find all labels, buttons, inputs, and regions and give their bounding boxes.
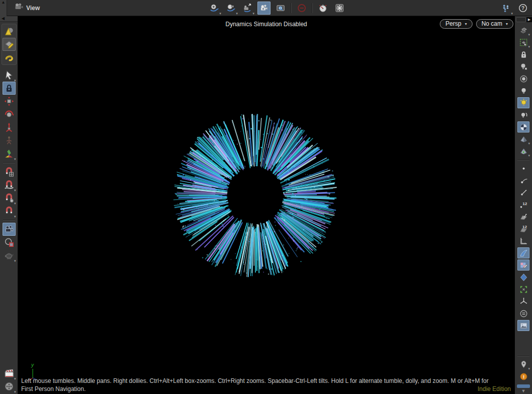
secure-selection-button[interactable] <box>3 82 16 95</box>
viewport-messages-button[interactable]: ! <box>517 371 529 382</box>
scale-tool-button[interactable] <box>3 121 16 134</box>
show-handles-button[interactable] <box>3 25 16 38</box>
y-axis-label: y <box>31 362 34 368</box>
imageicon-icon <box>519 321 528 331</box>
snap-curve-button[interactable]: ▾ <box>3 178 16 191</box>
lighting-with-shadows-button[interactable] <box>517 109 529 120</box>
left-toolbar-collapse-handle[interactable]: ◀ <box>0 16 18 22</box>
home-view-button[interactable]: ▾ <box>241 2 254 15</box>
view-menu-button[interactable]: View <box>11 1 43 15</box>
dropdown-arrow-icon: ▾ <box>528 154 530 158</box>
translate-tool-button[interactable] <box>3 95 16 108</box>
view-mask-button[interactable] <box>517 284 529 295</box>
pose-tool-button[interactable] <box>3 134 16 147</box>
handle-alignment-button[interactable]: ▾ <box>3 147 16 160</box>
render-flipbook-button[interactable]: ▾ <box>3 380 16 393</box>
frame-selected-button[interactable]: ▾ <box>224 2 237 15</box>
cameras-icon <box>259 3 269 13</box>
display-point-normals-button[interactable] <box>517 187 529 198</box>
flipbook-button[interactable]: ▾ <box>3 367 16 380</box>
help-button[interactable]: ? <box>516 2 529 15</box>
snapshot-button[interactable]: ▾ <box>517 359 529 370</box>
smooth-shading-button[interactable] <box>517 121 529 133</box>
shading-mode-button[interactable]: ▾ <box>517 134 529 145</box>
display-primitives-button[interactable] <box>517 211 529 222</box>
display-textures-button[interactable] <box>517 259 529 271</box>
box-zoom-button[interactable] <box>274 2 287 15</box>
scroll-down-icon[interactable]: ▼ <box>521 389 526 393</box>
topbar-collapse-handle[interactable]: ▲ <box>0 0 7 16</box>
disable-lighting-button[interactable] <box>517 61 529 72</box>
normal-lighting-button[interactable] <box>517 85 529 96</box>
curl-icon <box>4 52 15 63</box>
show-selected-geometry-button[interactable]: ▾ <box>517 37 529 48</box>
camera-controls: Persp ▾ No cam ▾ <box>440 19 513 29</box>
display-reference-planes-button[interactable]: ▾ <box>517 25 529 36</box>
right-scrollbar-thumb[interactable] <box>517 384 530 388</box>
bulbx-icon <box>519 62 528 72</box>
dropdown-arrow-icon: ▾ <box>14 215 16 219</box>
shadedview-icon <box>519 135 528 144</box>
display-grid-button[interactable] <box>517 235 529 246</box>
scene-viewport[interactable]: Dynamics Simulation Disabled Persp ▾ No … <box>18 16 515 394</box>
dropdown-arrow-icon: ▾ <box>219 12 221 16</box>
rotate-tool-button[interactable] <box>3 108 16 121</box>
alert-icon: ! <box>519 372 528 381</box>
sculpt-state-button[interactable] <box>3 51 16 64</box>
topbar-center-tools: ▾▾▾ <box>208 1 346 15</box>
snap-grid-button[interactable] <box>3 165 16 178</box>
display-options-button[interactable] <box>333 2 346 15</box>
planes-icon <box>519 26 528 35</box>
display-point-trails-button[interactable] <box>517 175 529 186</box>
rotate-icon <box>4 109 15 120</box>
right-toolbar-bottom: ▾! ▼ <box>515 354 532 394</box>
app-window: ▲ View ▾▾▾ ▾? ◀ ▾▾▾▾▾▾ ▾▾ Dynamics Simul… <box>0 0 532 394</box>
display-background-image-button[interactable] <box>517 320 529 331</box>
select-tool-button[interactable]: ▾ <box>3 69 16 82</box>
render-region-button[interactable] <box>3 236 16 249</box>
desktop-presets-button[interactable]: ▾ <box>499 2 512 15</box>
render-view-button[interactable]: ▾ <box>3 249 16 262</box>
scrollbar-track[interactable] <box>516 17 526 22</box>
bulb-icon <box>519 86 528 96</box>
right-toolbar-collapse-handle[interactable]: ▶ <box>526 17 532 22</box>
high-quality-lighting-button[interactable] <box>517 97 529 108</box>
lock-camera-button[interactable] <box>517 49 529 60</box>
snap-point-button[interactable]: ▾ <box>3 191 16 205</box>
display-point-numbers-button[interactable]: 12 <box>517 199 529 210</box>
bulbarrows-icon <box>519 110 528 120</box>
projection-selector[interactable]: Persp ▾ <box>440 19 472 29</box>
headlight-only-button[interactable] <box>517 73 529 84</box>
shadedplay-icon <box>519 147 528 156</box>
svg-text:?: ? <box>521 5 524 11</box>
navigation-help-text: Left mouse tumbles. Middle pans. Right d… <box>21 377 496 393</box>
view-tool-button[interactable] <box>3 223 16 236</box>
left-toolbar: ◀ ▾▾▾▾▾▾ ▾▾ <box>0 16 18 394</box>
performance-monitor-button[interactable] <box>316 2 329 15</box>
camera-label: No cam <box>482 20 502 27</box>
right-toolbar-bottom-items: ▾! <box>517 354 529 383</box>
toolbar-divider <box>3 162 15 163</box>
camera-selector[interactable]: No cam ▾ <box>476 19 513 29</box>
display-primitive-numbers-button[interactable]: 12 <box>517 223 529 234</box>
right-toolbar-items: ▾▾▾▾1212 <box>515 23 532 354</box>
view-state-button[interactable] <box>257 2 271 15</box>
edit-state-button[interactable] <box>3 38 16 51</box>
view-menu-label: View <box>26 5 40 12</box>
display-particle-sprites-button[interactable] <box>517 272 529 283</box>
graylock-icon <box>519 50 528 59</box>
snap-toggle-button[interactable]: ▾ <box>3 205 16 218</box>
left-toolbar-main: ▾▾▾▾▾▾ <box>3 69 16 262</box>
ghost-other-objects-button[interactable] <box>295 2 308 15</box>
svg-text:12: 12 <box>522 225 526 229</box>
dropdown-arrow-icon: ▾ <box>528 33 530 37</box>
dropdown-arrow-icon: ▾ <box>528 45 530 49</box>
posedim-icon <box>4 135 15 146</box>
shade-open-curves-button[interactable] <box>517 247 529 258</box>
display-fields-button[interactable] <box>517 308 529 319</box>
frame-all-button[interactable]: ▾ <box>208 2 221 15</box>
headlight-icon <box>519 74 528 84</box>
playback-shading-button[interactable]: ▾ <box>517 146 529 157</box>
display-origin-axes-button[interactable] <box>517 296 529 307</box>
display-points-button[interactable] <box>517 163 529 174</box>
